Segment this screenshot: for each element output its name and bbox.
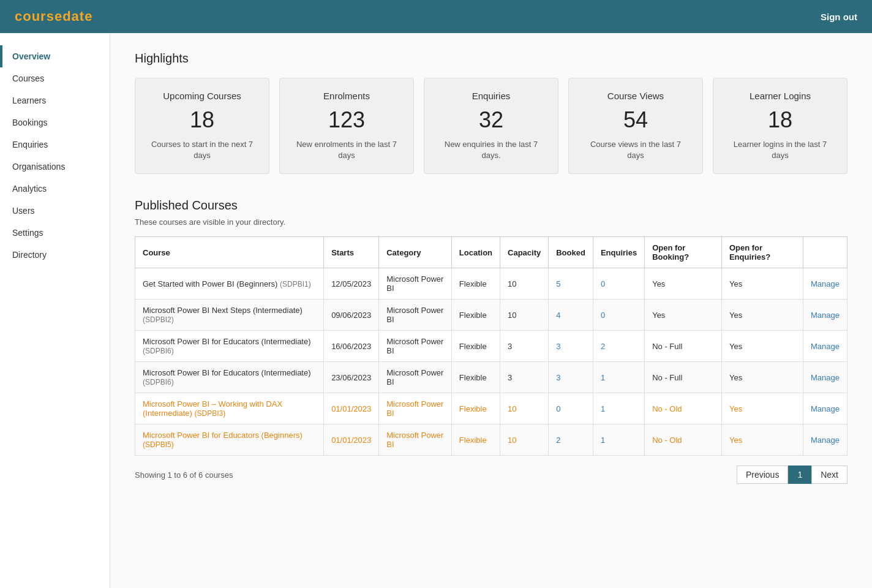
cell-course-name: Microsoft Power BI Next Steps (Intermedi… [135,300,324,331]
cell-course-name: Microsoft Power BI for Educators (Interm… [135,331,324,362]
highlight-card-enrolments: Enrolments 123 New enrolments in the las… [279,78,414,174]
cell-enquiries: 0 [593,300,644,331]
cell-enquiries: 0 [593,268,644,300]
cell-capacity: 10 [500,393,549,424]
courses-table: Course Starts Category Location Capacity… [135,236,848,456]
showing-text: Showing 1 to 6 of 6 courses [135,470,233,480]
card-desc-learner-logins: Learner logins in the last 7 days [726,139,835,161]
card-title-upcoming: Upcoming Courses [148,91,257,101]
cell-category: Microsoft Power BI [379,393,452,424]
pagination-controls: Previous 1 Next [737,466,848,484]
cell-manage[interactable]: Manage [803,268,848,300]
pagination-row: Showing 1 to 6 of 6 courses Previous 1 N… [135,466,848,484]
cell-location: Flexible [451,393,500,424]
cell-manage[interactable]: Manage [803,362,848,393]
table-row: Get Started with Power BI (Beginners) (S… [135,268,848,300]
manage-link[interactable]: Manage [811,279,840,288]
cell-manage[interactable]: Manage [803,300,848,331]
cell-capacity: 10 [500,300,549,331]
manage-link[interactable]: Manage [811,373,840,382]
cell-booked: 3 [549,362,593,393]
page-1-button[interactable]: 1 [788,466,811,484]
sidebar-item-enquiries[interactable]: Enquiries [0,134,110,156]
cell-starts: 01/01/2023 [324,424,379,456]
manage-link[interactable]: Manage [811,311,840,320]
table-row: Microsoft Power BI Next Steps (Intermedi… [135,300,848,331]
cell-manage[interactable]: Manage [803,331,848,362]
table-header-row: Course Starts Category Location Capacity… [135,237,848,268]
cell-capacity: 10 [500,424,549,456]
cell-location: Flexible [451,268,500,300]
col-header-location: Location [451,237,500,268]
col-header-actions [803,237,848,268]
col-header-enquiries: Enquiries [593,237,644,268]
sidebar-item-directory[interactable]: Directory [0,244,110,266]
sidebar-item-organisations[interactable]: Organisations [0,156,110,178]
table-row: Microsoft Power BI for Educators (Beginn… [135,424,848,456]
sign-out-button[interactable]: Sign out [821,12,857,22]
cell-capacity: 3 [500,331,549,362]
col-header-capacity: Capacity [500,237,549,268]
cell-open-enquiries: Yes [721,268,803,300]
cell-category: Microsoft Power BI [379,300,452,331]
cell-manage[interactable]: Manage [803,424,848,456]
card-title-enquiries: Enquiries [437,91,546,101]
previous-button[interactable]: Previous [737,466,788,484]
table-row: Microsoft Power BI – Working with DAX (I… [135,393,848,424]
logo-text-course: course [15,9,62,24]
cell-open-enquiries: Yes [721,362,803,393]
sidebar-item-bookings[interactable]: Bookings [0,111,110,134]
card-number-enrolments: 123 [292,107,401,133]
cell-enquiries: 1 [593,393,644,424]
cell-starts: 16/06/2023 [324,331,379,362]
cell-category: Microsoft Power BI [379,268,452,300]
card-number-learner-logins: 18 [726,107,835,133]
sidebar-item-overview[interactable]: Overview [0,45,110,67]
sidebar-item-analytics[interactable]: Analytics [0,178,110,200]
cell-booked: 5 [549,268,593,300]
sidebar-item-settings[interactable]: Settings [0,222,110,244]
manage-link[interactable]: Manage [811,404,840,413]
cell-starts: 01/01/2023 [324,393,379,424]
published-courses-title: Published Courses [135,198,848,213]
cell-starts: 09/06/2023 [324,300,379,331]
cell-open-enquiries: Yes [721,300,803,331]
card-desc-enrolments: New enrolments in the last 7 days [292,139,401,161]
sidebar-item-courses[interactable]: Courses [0,67,110,89]
cell-capacity: 10 [500,268,549,300]
cell-capacity: 3 [500,362,549,393]
cell-open-booking: No - Full [645,331,722,362]
cell-starts: 23/06/2023 [324,362,379,393]
cell-enquiries: 2 [593,331,644,362]
cell-location: Flexible [451,362,500,393]
highlight-card-enquiries: Enquiries 32 New enquiries in the last 7… [424,78,558,174]
sidebar: Overview Courses Learners Bookings Enqui… [0,33,110,588]
sidebar-item-learners[interactable]: Learners [0,89,110,111]
cell-open-enquiries: Yes [721,331,803,362]
published-courses-subtitle: These courses are visible in your direct… [135,217,848,227]
app-logo: coursedate [15,9,92,24]
col-header-open-booking: Open for Booking? [645,237,722,268]
highlights-grid: Upcoming Courses 18 Courses to start in … [135,78,848,174]
card-number-upcoming: 18 [148,107,257,133]
manage-link[interactable]: Manage [811,435,840,445]
cell-location: Flexible [451,300,500,331]
cell-open-booking: No - Old [645,393,722,424]
next-button[interactable]: Next [811,466,848,484]
cell-category: Microsoft Power BI [379,331,452,362]
app-header: coursedate Sign out [0,0,872,33]
sidebar-item-users[interactable]: Users [0,200,110,222]
highlight-card-learner-logins: Learner Logins 18 Learner logins in the … [713,78,848,174]
cell-manage[interactable]: Manage [803,393,848,424]
cell-open-booking: Yes [645,300,722,331]
col-header-starts: Starts [324,237,379,268]
highlight-card-upcoming-courses: Upcoming Courses 18 Courses to start in … [135,78,269,174]
table-row: Microsoft Power BI for Educators (Interm… [135,331,848,362]
logo-text-date: date [62,9,92,24]
page-layout: Overview Courses Learners Bookings Enqui… [0,33,872,588]
highlight-card-course-views: Course Views 54 Course views in the last… [568,78,703,174]
cell-booked: 0 [549,393,593,424]
table-row: Microsoft Power BI for Educators (Interm… [135,362,848,393]
manage-link[interactable]: Manage [811,342,840,351]
card-title-learner-logins: Learner Logins [726,91,835,101]
